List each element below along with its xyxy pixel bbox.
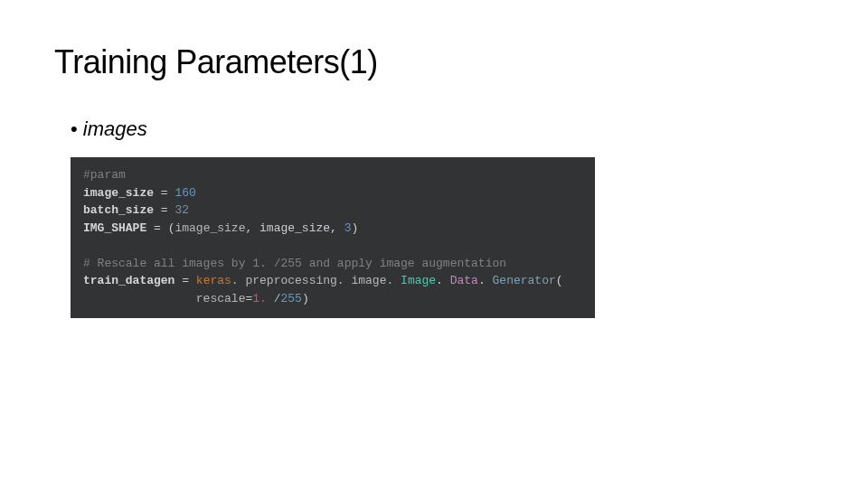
code-number: 160 [175, 186, 195, 200]
slide: Training Parameters(1) images #param ima… [0, 0, 868, 488]
code-comment: # Rescale all images by 1. /255 and appl… [83, 257, 506, 270]
code-punct: ) [302, 292, 309, 305]
code-ident: batch_size [83, 203, 154, 217]
code-line: image_size = 160 [83, 184, 582, 202]
code-punct: ) [351, 221, 358, 235]
code-line: rescale=1. /255) [83, 290, 582, 308]
code-op: = [154, 186, 175, 200]
slide-title: Training Parameters(1) [54, 43, 814, 81]
code-punct: , image_size, [245, 221, 344, 235]
code-op: = [154, 203, 175, 217]
code-number: 1. [252, 292, 267, 305]
code-punct: ( [556, 274, 563, 287]
code-line [83, 237, 582, 255]
code-op: = [146, 221, 167, 235]
code-line: # Rescale all images by 1. /255 and appl… [83, 255, 582, 273]
code-op: = [175, 274, 195, 287]
code-ident: image_size [175, 221, 245, 235]
code-block: #param image_size = 160 batch_size = 32 … [71, 157, 595, 318]
code-line: batch_size = 32 [83, 202, 582, 220]
code-ident: IMG_SHAPE [83, 221, 146, 235]
code-line: #param [83, 166, 582, 184]
code-punct: . [436, 274, 450, 287]
code-arg: rescale [83, 292, 245, 305]
code-class: Data [450, 274, 478, 287]
code-number: 255 [280, 292, 301, 305]
bullet-images: images [71, 117, 814, 141]
code-comment: #param [83, 168, 126, 182]
code-number: 32 [175, 203, 189, 217]
code-op: / [267, 292, 281, 305]
code-module: keras [196, 274, 231, 287]
code-class: Image [401, 274, 436, 287]
code-line: IMG_SHAPE = (image_size, image_size, 3) [83, 220, 582, 238]
code-class: Generator [493, 274, 556, 287]
code-ident: train_datagen [83, 274, 175, 287]
code-ident: image_size [83, 186, 154, 200]
code-attr: . preprocessing. image. [231, 274, 401, 287]
code-line: train_datagen = keras. preprocessing. im… [83, 272, 582, 290]
code-punct: . [478, 274, 493, 287]
